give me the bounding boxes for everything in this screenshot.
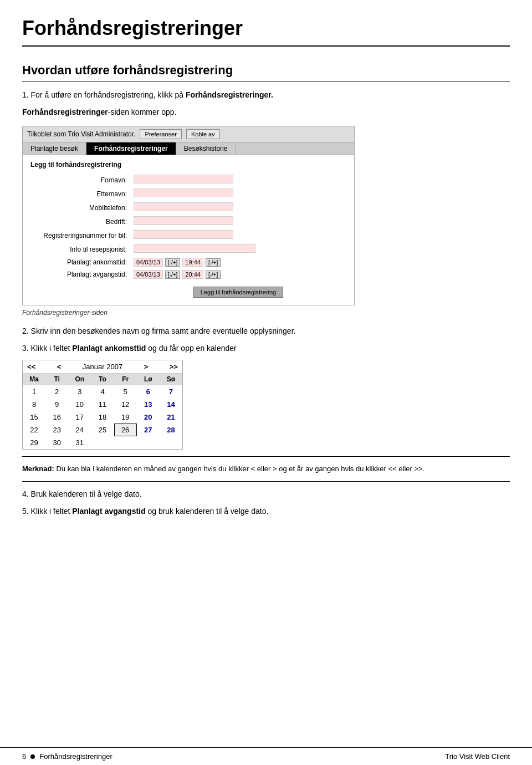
step5-text: 5. Klikk i feltet Planlagt avgangstid og… bbox=[22, 506, 510, 517]
cal-day-8[interactable]: 8 bbox=[23, 398, 45, 411]
cal-day-21[interactable]: 21 bbox=[160, 411, 182, 424]
departure-label: Planlagt avgangstid: bbox=[30, 268, 130, 280]
cal-day-14[interactable]: 14 bbox=[160, 398, 182, 411]
cal-empty-3 bbox=[137, 436, 160, 449]
field-bedrift: Bedrift: bbox=[30, 215, 346, 228]
cal-day-30[interactable]: 30 bbox=[45, 436, 68, 449]
koble-av-button[interactable]: Koble av bbox=[186, 129, 220, 139]
cal-nav-prev-month[interactable]: < bbox=[57, 363, 62, 371]
step1-bold: Forhåndsregistreringer. bbox=[186, 90, 273, 99]
cal-day-20[interactable]: 20 bbox=[137, 411, 160, 424]
departure-date-row: 04/03/13 [-/+] 20:44 [-/+] bbox=[134, 270, 343, 279]
tab-forhandsregistreringer[interactable]: Forhåndsregistreringer bbox=[86, 142, 176, 155]
page-footer: 6 Forhåndsregistreringer Trio Visit Web … bbox=[0, 747, 532, 765]
tab-besokshistorie[interactable]: Besøkshistorie bbox=[176, 142, 236, 155]
cal-day-5[interactable]: 5 bbox=[114, 385, 137, 398]
cal-day-4[interactable]: 4 bbox=[91, 385, 114, 398]
cal-day-19[interactable]: 19 bbox=[114, 411, 137, 424]
cal-nav-next-month[interactable]: > bbox=[144, 363, 149, 371]
arrival-date[interactable]: 04/03/13 bbox=[134, 258, 163, 267]
departure-time-adj[interactable]: [-/+] bbox=[206, 271, 221, 279]
mockup-caption: Forhåndsregistreringer-siden bbox=[22, 309, 510, 317]
divider-2 bbox=[22, 481, 510, 482]
cal-day-23[interactable]: 23 bbox=[45, 424, 68, 436]
cal-day-24[interactable]: 24 bbox=[68, 424, 91, 436]
footer-right-label: Trio Visit Web Client bbox=[445, 752, 510, 761]
cal-day-31[interactable]: 31 bbox=[68, 436, 91, 449]
field-arrival: Planlagt ankomsttid: 04/03/13 [-/+] 19:4… bbox=[30, 256, 346, 268]
cal-day-15[interactable]: 15 bbox=[23, 411, 45, 424]
arrival-label: Planlagt ankomsttid: bbox=[30, 256, 130, 268]
section-title: Hvordan utføre forhåndsregistrering bbox=[22, 63, 510, 81]
field-fornavn: Fornavn: bbox=[30, 173, 346, 187]
calendar-grid: 1 2 3 4 5 6 7 8 9 10 11 12 13 14 15 16 1… bbox=[23, 385, 182, 449]
footer-page-num: 6 bbox=[22, 752, 26, 761]
tab-planlagte-besok[interactable]: Planlagte besøk bbox=[23, 142, 86, 155]
footer-bullet bbox=[30, 754, 35, 759]
main-title: Forhåndsregistreringer bbox=[22, 17, 510, 47]
preferanser-button[interactable]: Preferanser bbox=[140, 129, 181, 139]
calendar-month-label: Januar 2007 bbox=[83, 363, 122, 371]
fornavn-input[interactable] bbox=[134, 175, 233, 183]
cal-day-10[interactable]: 10 bbox=[68, 398, 91, 411]
ui-tabs: Planlagte besøk Forhåndsregistreringer B… bbox=[23, 142, 354, 155]
step2-text: 2. Skriv inn den besøkendes navn og firm… bbox=[22, 325, 510, 337]
cal-hdr-ma: Ma bbox=[23, 374, 45, 385]
cal-day-2[interactable]: 2 bbox=[45, 385, 68, 398]
cal-nav-prev-year[interactable]: << bbox=[27, 363, 35, 371]
cal-nav-next-year[interactable]: >> bbox=[170, 363, 178, 371]
cal-day-3[interactable]: 3 bbox=[68, 385, 91, 398]
regnr-input[interactable] bbox=[134, 230, 233, 239]
mobiltelefon-input[interactable] bbox=[134, 202, 233, 211]
arrival-date-adj[interactable]: [-/+] bbox=[165, 258, 181, 267]
cal-day-9[interactable]: 9 bbox=[45, 398, 68, 411]
bedrift-label: Bedrift: bbox=[30, 215, 130, 228]
cal-empty-4 bbox=[160, 436, 182, 449]
cal-day-11[interactable]: 11 bbox=[91, 398, 114, 411]
info-input[interactable] bbox=[134, 244, 255, 253]
form-table: Fornavn: Etternavn: Mobiltelefon: Bedrif… bbox=[30, 173, 346, 299]
etternavn-input[interactable] bbox=[134, 188, 233, 197]
cal-hdr-so: Sø bbox=[160, 374, 182, 385]
cal-day-13[interactable]: 13 bbox=[137, 398, 160, 411]
note-content: Du kan bla i kalenderen en måned av gang… bbox=[54, 465, 424, 473]
cal-hdr-ti: Ti bbox=[45, 374, 68, 385]
calendar-header: Ma Ti On To Fr Lø Sø bbox=[23, 374, 182, 385]
field-mobiltelefon: Mobiltelefon: bbox=[30, 201, 346, 215]
footer-left-label: Forhåndsregistreringer bbox=[39, 752, 112, 761]
cal-hdr-fr: Fr bbox=[114, 374, 137, 385]
cal-day-1[interactable]: 1 bbox=[23, 385, 45, 398]
cal-day-26[interactable]: 26 bbox=[114, 424, 137, 436]
cal-day-18[interactable]: 18 bbox=[91, 411, 114, 424]
cal-day-12[interactable]: 12 bbox=[114, 398, 137, 411]
step1b-text: Forhåndsregistreringer-siden kommer opp. bbox=[22, 106, 510, 118]
calendar-nav: << < Januar 2007 > >> bbox=[23, 360, 182, 374]
cal-day-16[interactable]: 16 bbox=[45, 411, 68, 424]
fornavn-label: Fornavn: bbox=[30, 173, 130, 187]
info-label: Info til resepsjonist: bbox=[30, 242, 130, 256]
divider-1 bbox=[22, 456, 510, 457]
mobiltelefon-label: Mobiltelefon: bbox=[30, 201, 130, 215]
cal-day-27[interactable]: 27 bbox=[137, 424, 160, 436]
cal-day-17[interactable]: 17 bbox=[68, 411, 91, 424]
arrival-time-adj[interactable]: [-/+] bbox=[206, 258, 221, 267]
arrival-time[interactable]: 19:44 bbox=[182, 258, 203, 267]
cal-hdr-lo: Lø bbox=[137, 374, 160, 385]
bedrift-input[interactable] bbox=[134, 216, 233, 225]
departure-date[interactable]: 04/03/13 bbox=[134, 270, 163, 279]
cal-day-29[interactable]: 29 bbox=[23, 436, 45, 449]
step1b-bold: Forhåndsregistreringer bbox=[22, 108, 108, 116]
field-etternavn: Etternavn: bbox=[30, 187, 346, 201]
note-text: Merknad: Du kan bla i kalenderen en måne… bbox=[22, 463, 510, 475]
ui-topbar: Tilkoblet som Trio Visit Administrator. … bbox=[23, 126, 354, 142]
submit-button[interactable]: Legg til forhåndsregistrering bbox=[193, 287, 283, 298]
step1-text: 1. For å utføre en forhåndsregistrering,… bbox=[22, 89, 510, 101]
cal-day-28[interactable]: 28 bbox=[160, 424, 182, 436]
departure-time[interactable]: 20:44 bbox=[182, 270, 203, 279]
cal-day-22[interactable]: 22 bbox=[23, 424, 45, 436]
cal-empty-1 bbox=[91, 436, 114, 449]
cal-day-7[interactable]: 7 bbox=[160, 385, 182, 398]
cal-day-6[interactable]: 6 bbox=[137, 385, 160, 398]
cal-day-25[interactable]: 25 bbox=[91, 424, 114, 436]
departure-date-adj[interactable]: [-/+] bbox=[165, 271, 181, 279]
